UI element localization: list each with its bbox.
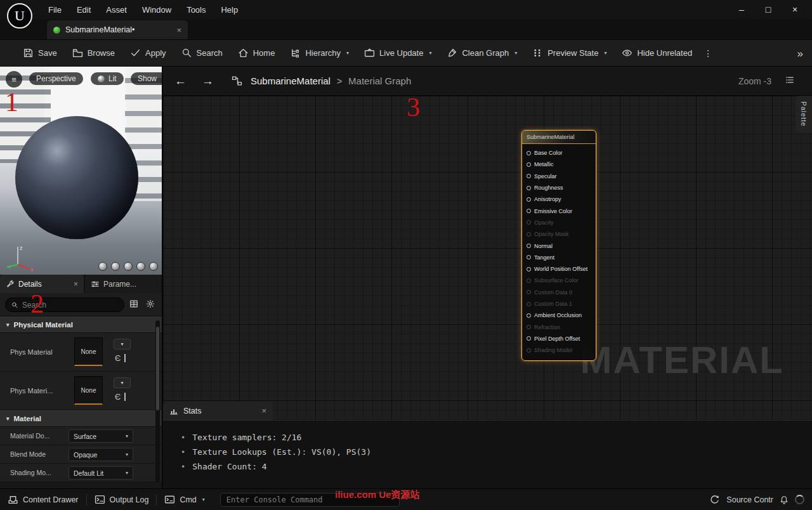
pin-circle-icon <box>527 267 531 271</box>
stats-close-icon[interactable]: × <box>261 406 266 415</box>
preview-viewport[interactable]: ≡ Perspective Lit Show z x <box>0 67 162 275</box>
live-update-button[interactable]: Live Update ▾ <box>357 40 439 66</box>
property-label: Shading Mo... <box>10 469 51 476</box>
preview-shape-plane-button[interactable] <box>124 262 133 271</box>
details-scrollbar-thumb[interactable] <box>156 327 159 410</box>
pin-roughness[interactable]: Roughness <box>522 182 596 193</box>
toolbar-overflow-button[interactable]: » <box>794 40 807 67</box>
chevron-down-icon: ▾ <box>429 50 431 56</box>
zoom-level-label: Zoom -3 <box>738 76 771 86</box>
search-label: Search <box>197 48 223 58</box>
tab-label: SubmarineMaterial• <box>65 25 171 34</box>
section-material[interactable]: ▾ Material <box>0 410 162 427</box>
use-asset-icon: Є <box>115 392 121 402</box>
palette-tab[interactable]: Palette <box>796 96 812 133</box>
close-button[interactable]: × <box>782 4 808 15</box>
menu-help[interactable]: Help <box>213 3 246 17</box>
breadcrumb-separator-icon: > <box>337 76 342 86</box>
unreal-logo-icon[interactable]: U <box>7 3 32 29</box>
shading-model-dropdown[interactable]: Default Lit ▾ <box>69 466 133 480</box>
stats-line: •Texture Lookups (Est.): VS(0), PS(3) <box>181 445 812 459</box>
material-result-node[interactable]: SubmarineMaterial Base Color Metallic Sp… <box>521 130 596 361</box>
preview-shape-cylinder-button[interactable] <box>98 262 107 271</box>
menu-tools[interactable]: Tools <box>179 3 213 17</box>
pin-anisotropy[interactable]: Anisotropy <box>522 193 596 205</box>
console-icon <box>164 494 175 505</box>
property-label: Material Do... <box>10 432 49 440</box>
phys-material-asset-picker[interactable]: None <box>74 337 103 366</box>
live-update-icon <box>364 48 375 58</box>
hide-unrelated-icon <box>622 48 632 58</box>
preview-mesh-buttons <box>98 262 158 271</box>
hide-unrelated-options-button[interactable]: ⋮ <box>700 48 716 58</box>
source-control-label[interactable]: Source Contr <box>726 495 773 504</box>
hierarchy-icon <box>290 48 301 58</box>
apply-button[interactable]: Apply <box>122 40 174 66</box>
pin-world-position-offset[interactable]: World Position Offset <box>522 263 596 275</box>
pin-specular[interactable]: Specular <box>522 171 596 182</box>
save-icon <box>23 48 34 58</box>
pin-metallic[interactable]: Metallic <box>522 159 596 170</box>
clean-graph-button[interactable]: Clean Graph ▾ <box>439 40 525 66</box>
asset-dropdown-button[interactable]: ▾ <box>114 339 131 350</box>
output-log-button[interactable]: Output Log <box>87 489 157 510</box>
minimize-button[interactable]: – <box>728 4 755 15</box>
tab-close-icon[interactable]: × <box>176 25 181 35</box>
details-scrollbar[interactable] <box>155 320 160 482</box>
content-drawer-button[interactable]: Content Drawer <box>0 489 86 510</box>
preview-shape-sphere-button[interactable] <box>111 262 120 271</box>
pin-pixel-depth-offset[interactable]: Pixel Depth Offset <box>522 333 596 344</box>
pin-emissive-color[interactable]: Emissive Color <box>522 205 596 216</box>
show-menu-button[interactable]: Show <box>131 72 162 85</box>
clean-graph-icon <box>447 48 457 58</box>
asset-dropdown-button[interactable]: ▾ <box>114 377 131 388</box>
stats-tab[interactable]: Stats × <box>163 402 273 420</box>
blend-mode-dropdown[interactable]: Opaque ▾ <box>69 448 133 461</box>
details-settings-button[interactable] <box>146 299 155 308</box>
browse-button[interactable]: Browse <box>65 40 122 66</box>
save-button[interactable]: Save <box>15 40 65 66</box>
use-selected-asset-button[interactable]: Є <box>115 392 126 402</box>
pin-tangent[interactable]: Tangent <box>522 252 596 263</box>
preview-shape-custom-button[interactable] <box>149 262 158 271</box>
search-button[interactable]: Search <box>174 40 230 66</box>
menu-window[interactable]: Window <box>134 3 179 17</box>
preview-shape-cube-button[interactable] <box>136 262 145 271</box>
graph-outline-button[interactable] <box>785 75 794 84</box>
breadcrumb-root[interactable]: SubmarineMaterial <box>251 75 331 86</box>
tab-submarinematerial[interactable]: SubmarineMaterial• × <box>47 20 188 39</box>
stats-icon <box>169 407 178 415</box>
pin-opacity-mask: Opacity Mask <box>522 228 596 240</box>
lit-mode-button[interactable]: Lit <box>91 72 124 85</box>
display-filter-button[interactable] <box>129 299 138 308</box>
section-physical-material[interactable]: ▾ Physical Material <box>0 317 162 333</box>
details-search-box[interactable] <box>5 298 124 312</box>
forward-button[interactable]: → <box>194 74 221 88</box>
hierarchy-label: Hierarchy <box>305 48 341 58</box>
back-button[interactable]: ← <box>167 74 194 88</box>
home-button[interactable]: Home <box>230 40 283 66</box>
property-label: Phys Material <box>10 348 53 356</box>
details-tab-label: Details <box>18 280 42 289</box>
menu-file[interactable]: File <box>41 3 69 17</box>
phys-material-mask-asset-picker[interactable]: None <box>74 376 103 405</box>
bell-icon[interactable] <box>780 495 789 504</box>
use-selected-asset-button[interactable]: Є <box>115 353 126 363</box>
menu-asset[interactable]: Asset <box>98 3 134 17</box>
tab-parameters[interactable]: Parame... <box>85 275 162 293</box>
hierarchy-button[interactable]: Hierarchy ▾ <box>282 40 357 66</box>
viewport-menu-button[interactable]: ≡ <box>6 71 22 88</box>
preview-state-button[interactable]: Preview State ▾ <box>525 40 614 66</box>
pin-ambient-occlusion[interactable]: Ambient Occlusion <box>522 310 596 321</box>
breadcrumb-current[interactable]: Material Graph <box>348 75 411 86</box>
perspective-button[interactable]: Perspective <box>29 72 83 85</box>
details-tab-close-icon[interactable]: × <box>74 280 78 289</box>
hide-unrelated-button[interactable]: Hide Unrelated <box>614 40 700 66</box>
cmd-dropdown-button[interactable]: Cmd ▾ <box>157 489 212 510</box>
pin-base-color[interactable]: Base Color <box>522 147 596 159</box>
pin-normal[interactable]: Normal <box>522 240 596 251</box>
bullet-icon: • <box>181 462 185 471</box>
maximize-button[interactable]: □ <box>755 4 782 15</box>
menu-edit[interactable]: Edit <box>69 3 98 17</box>
material-domain-dropdown[interactable]: Surface ▾ <box>69 429 133 443</box>
